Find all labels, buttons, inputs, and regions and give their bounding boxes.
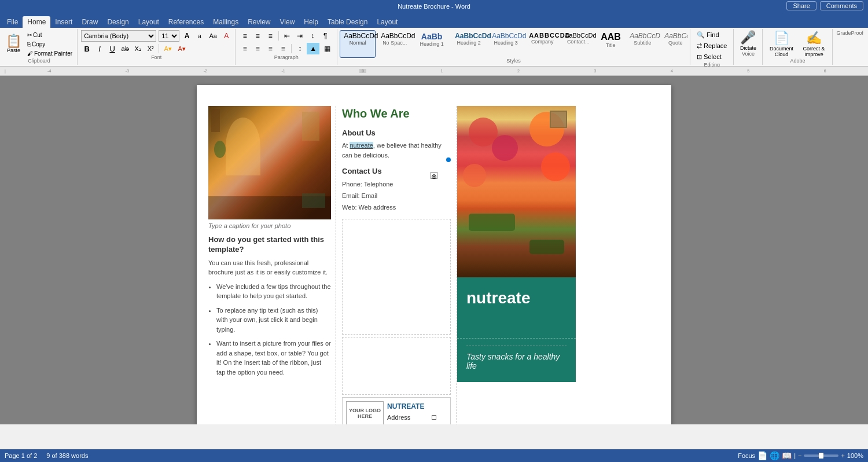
font-grow-button[interactable]: A [182,31,192,41]
tab-home[interactable]: Home [23,16,50,28]
tab-mailings[interactable]: Mailings [208,16,243,28]
bullet-item-2: To replace any tip text (such as this) w… [216,306,331,335]
city-state-line: City, ST ZIP Code [387,423,437,424]
adobe-section: 📄 Document Cloud ✍ Correct & Improve Ado… [763,29,833,65]
ribbon: 📋 Paste ✂ Cut ⎘ Copy 🖌 Format Painter [0,28,868,67]
bold-button[interactable]: B [81,43,93,54]
document-cloud-button[interactable]: 📄 Document Cloud [766,31,796,57]
empty-space-top [342,219,451,335]
document-cloud-label: Document Cloud [766,46,796,57]
copy-label: Copy [32,41,45,47]
tab-view[interactable]: View [275,16,300,28]
replace-button[interactable]: ⇄ Replace [694,41,730,51]
flower5 [463,164,486,187]
superscript-button[interactable]: X² [145,43,156,54]
clipboard-sub: ✂ Cut ⎘ Copy 🖌 Format Painter [25,31,75,58]
borders-button[interactable]: ▦ [321,43,333,54]
sort-button[interactable]: ↕ [307,30,318,42]
align-right-button[interactable]: ≡ [264,43,276,54]
styles-label: Styles [340,58,687,64]
paragraph-section: ≡ ≡ ≡ ⇤ ⇥ ↕ ¶ ≡ ≡ ≡ ≡ ↕ ▲ ▦ Paragraph [236,29,337,65]
tagline-separator: Tasty snacks for a healthy life [466,346,567,371]
strikethrough-button[interactable]: ab̶ [119,43,131,54]
style-heading1[interactable]: AaBb Heading 1 [414,30,450,58]
font-row1: Cambria (Body) 11 A a Aa A [81,30,231,42]
align-center-button[interactable]: ≡ [252,43,263,54]
font-shrink-button[interactable]: a [194,31,205,41]
tagline-box: Tasty snacks for a healthy life [457,338,576,382]
subscript-button[interactable]: X₂ [132,43,144,54]
tab-help[interactable]: Help [299,16,323,28]
kitchen-photo-bg [208,106,331,219]
ruler-content: | -4-3-2-1 0 123456 [0,67,868,75]
tab-table-design[interactable]: Table Design [323,16,372,28]
correct-improve-button[interactable]: ✍ Correct & Improve [799,31,829,57]
kitchen-photo [208,106,331,219]
style-no-spacing[interactable]: AaBbCcDd No Spac... [377,30,413,58]
line-spacing-button[interactable]: ↕ [294,43,306,54]
decrease-indent-button[interactable]: ⇤ [281,30,293,42]
document-area[interactable]: ⊕ Type a caption [0,76,868,424]
share-button[interactable]: Share [786,1,816,10]
dictate-button[interactable]: 🎤 Dictate [740,30,756,51]
style-contact[interactable]: AaBbCcDd Contact... [561,30,595,58]
small-frame [550,111,567,128]
company-info: NUTREATE Address City, ST ZIP Code [387,401,437,424]
plant-shape [214,141,226,158]
logo-placeholder: YOUR LOGO HERE [346,401,384,424]
font-size-select[interactable]: 11 [159,30,179,42]
clipboard-section: 📋 Paste ✂ Cut ⎘ Copy 🖌 Format Painter [1,29,78,65]
tab-review[interactable]: Review [243,16,275,28]
font-color-button[interactable]: A▾ [175,43,188,54]
find-button[interactable]: 🔍 Find [694,30,730,40]
address-line: Address [387,413,437,423]
ribbon-tabs: File Home Insert Draw Design Layout Refe… [0,13,868,28]
left-column: Type a caption for your photo How do you… [208,106,336,424]
photo-caption: Type a caption for your photo [208,222,331,229]
italic-button[interactable]: I [94,43,105,54]
numbering-button[interactable]: ≡ [252,30,263,42]
tab-references[interactable]: References [164,16,208,28]
table-move-handle[interactable]: ⊕ [431,172,437,179]
style-heading3[interactable]: AaBbCcDd Heading 3 [488,30,524,58]
correct-improve-icon: ✍ [806,31,822,46]
gradeproof-section: GradeProof [833,29,867,65]
justify-button[interactable]: ≡ [277,43,289,54]
select-button[interactable]: ⊡ Select [694,52,730,62]
style-subtitle[interactable]: AaBbCcD Subtitle [626,30,659,58]
style-quote-label: Quote [664,40,686,46]
format-painter-button[interactable]: 🖌 Format Painter [25,49,75,58]
ribbon-row: 📋 Paste ✂ Cut ⎘ Copy 🖌 Format Painter [0,28,868,66]
cut-button[interactable]: ✂ Cut [25,31,75,39]
font-label: Font [81,54,231,60]
show-formatting-button[interactable]: ¶ [319,30,331,42]
bottom-handle[interactable] [432,415,436,420]
correct-improve-label: Correct & Improve [799,46,829,57]
increase-indent-button[interactable]: ⇥ [294,30,306,42]
clipboard-label: Clipboard [3,58,75,64]
comments-button[interactable]: Comments [820,1,863,10]
multilevel-button[interactable]: ≡ [264,30,276,42]
copy-button[interactable]: ⎘ Copy [25,40,75,49]
style-company[interactable]: AABBCCDD Company [525,30,560,58]
tab-design[interactable]: Design [102,16,133,28]
bullets-button[interactable]: ≡ [239,30,251,42]
font-family-select[interactable]: Cambria (Body) [81,30,156,42]
underline-button[interactable]: U [106,43,118,54]
paste-button[interactable]: 📋 Paste [3,34,24,54]
style-normal[interactable]: AaBbCcDd Normal [340,30,376,58]
leaves [469,214,515,231]
tab-draw[interactable]: Draw [77,16,102,28]
change-case-button[interactable]: Aa [207,31,219,41]
tab-layout2[interactable]: Layout [372,16,402,28]
tab-insert[interactable]: Insert [50,16,77,28]
clear-format-button[interactable]: A [221,31,231,41]
tab-layout[interactable]: Layout [134,16,164,28]
style-title[interactable]: AAB Title [597,30,624,58]
style-quote[interactable]: AaBbCcD Quote [660,30,687,58]
shading-button[interactable]: ▲ [307,43,319,54]
tab-file[interactable]: File [2,16,23,28]
text-highlight-button[interactable]: A▾ [161,43,174,54]
style-heading2[interactable]: AaBbCcDd Heading 2 [451,30,487,58]
align-left-button[interactable]: ≡ [239,43,251,54]
